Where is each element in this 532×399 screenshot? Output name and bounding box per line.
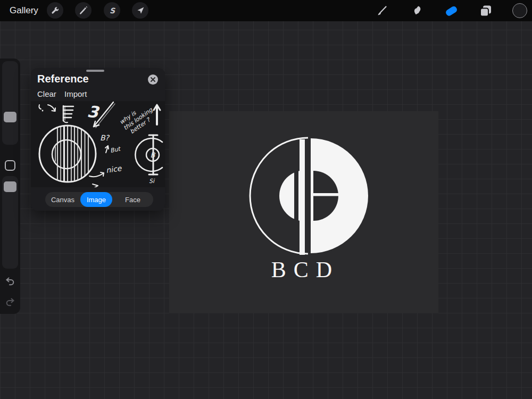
tab-image[interactable]: Image	[80, 192, 112, 207]
color-swatch	[512, 3, 527, 18]
sketch-note-3: 3	[86, 102, 101, 122]
gallery-button[interactable]: Gallery	[10, 0, 38, 21]
sketch-but-arrow	[105, 146, 109, 153]
eraser-icon	[444, 4, 458, 18]
tab-canvas[interactable]: Canvas	[45, 192, 80, 207]
sketch-note-b: B	[151, 151, 156, 159]
tab-face[interactable]: Face	[112, 192, 153, 207]
color-button[interactable]	[512, 3, 528, 19]
sketch-e-mark	[63, 106, 73, 122]
brush-size-thumb[interactable]	[4, 112, 16, 122]
bcd-logo: BCD	[169, 111, 438, 313]
sketch-swoosh-arrow	[48, 105, 55, 111]
reference-image[interactable]: 3 why is this looking better ? B? But ni…	[31, 101, 165, 187]
smudge-icon	[410, 4, 423, 17]
magic-wand-icon	[79, 6, 88, 15]
wrench-icon	[51, 6, 60, 15]
smudge-tool-button[interactable]	[409, 3, 425, 19]
sketch-inner-circle	[52, 140, 81, 169]
layers-icon	[479, 4, 493, 18]
sketch-note-bq: B?	[100, 134, 110, 142]
sketch-note-nice: nice	[105, 164, 122, 174]
procreate-app: { "topbar": { "gallery_label": "Gallery"…	[0, 0, 532, 399]
import-button[interactable]: Import	[64, 89, 87, 98]
transform-arrow-icon	[136, 6, 145, 15]
sketch-hook	[39, 105, 41, 109]
logo-divider	[313, 193, 338, 196]
topbar: Gallery S	[0, 0, 532, 21]
adjustments-button[interactable]	[75, 2, 92, 19]
undo-icon	[4, 276, 16, 287]
erase-tool-button[interactable]	[443, 3, 459, 19]
reference-tabs: Canvas Image Face	[45, 192, 153, 207]
panel-title: Reference	[37, 73, 89, 85]
brush-icon	[376, 4, 388, 17]
sketch-note-but: But	[110, 145, 122, 154]
brush-sidebar	[0, 59, 20, 314]
modify-button[interactable]	[5, 160, 15, 171]
brush-size-slider[interactable]	[2, 61, 18, 145]
logo-dark-stripe	[294, 167, 298, 225]
redo-icon	[4, 296, 16, 308]
canvas-artboard[interactable]: BCD	[169, 111, 438, 313]
close-icon[interactable]	[148, 74, 158, 85]
x-glyph	[151, 77, 155, 82]
transform-button[interactable]	[132, 2, 148, 19]
sketch-right-circle	[135, 135, 162, 174]
selection-s-icon: S	[107, 6, 117, 15]
logo-text: BCD	[271, 257, 339, 282]
opacity-thumb[interactable]	[4, 181, 16, 192]
reference-sketch: 3 why is this looking better ? B? But ni…	[31, 101, 165, 187]
drag-handle-icon[interactable]	[86, 70, 104, 72]
clear-button[interactable]: Clear	[37, 89, 56, 98]
actions-button[interactable]	[47, 2, 63, 19]
opacity-slider[interactable]	[2, 176, 18, 269]
undo-button[interactable]	[4, 276, 16, 287]
redo-button[interactable]	[4, 296, 16, 308]
sketch-up-arrow	[154, 105, 160, 124]
selection-button[interactable]: S	[104, 2, 120, 19]
sketch-bottom-arrow	[93, 184, 98, 187]
reference-panel: Reference Clear Import	[31, 68, 165, 211]
layers-button[interactable]	[478, 3, 494, 19]
sketch-note-si: Si	[149, 178, 155, 185]
paint-tool-button[interactable]	[374, 3, 390, 19]
selection-glyph: S	[109, 6, 115, 14]
sketch-nice-arrow	[89, 172, 104, 177]
logo-center-bar	[300, 139, 305, 255]
sketch-note-why: why is this looking better ?	[118, 101, 158, 137]
